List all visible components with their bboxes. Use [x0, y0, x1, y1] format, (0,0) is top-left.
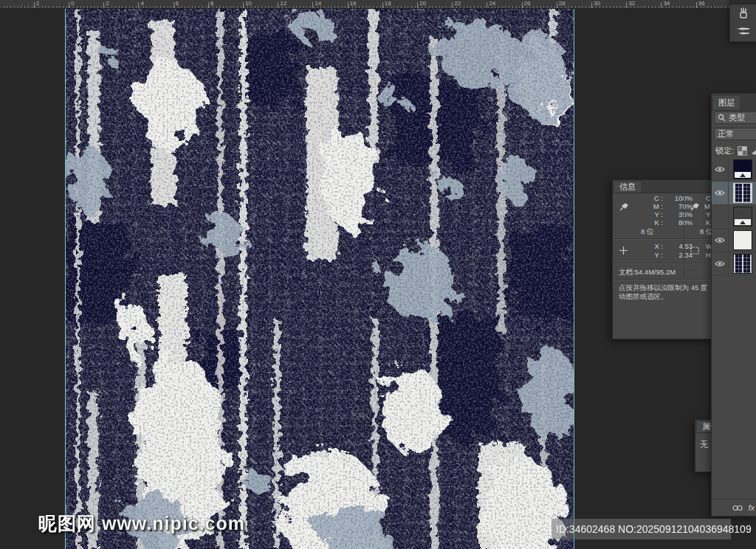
layer-thumbnail[interactable]	[733, 254, 752, 274]
layer-thumbnail[interactable]	[733, 183, 752, 203]
ruler-minor-tick	[679, 6, 680, 8]
eyedropper2-icon	[690, 202, 699, 212]
ruler-minor-tick	[265, 6, 266, 8]
visibility-eye-icon[interactable]	[712, 252, 729, 275]
search-icon	[718, 114, 726, 122]
ruler-minor-tick	[126, 6, 126, 8]
ruler-minor-tick	[206, 6, 207, 8]
visibility-eye-icon[interactable]	[712, 182, 729, 204]
ruler-major-tick	[312, 2, 313, 8]
ruler-minor-tick	[296, 6, 297, 8]
ruler-minor-tick	[616, 6, 617, 8]
ruler-minor-tick	[715, 6, 715, 8]
brush-presets-icon[interactable]	[730, 4, 756, 22]
ruler-minor-tick	[255, 6, 255, 8]
ruler-minor-tick	[464, 6, 464, 8]
layer-row[interactable]	[712, 252, 756, 276]
ruler-label: 0	[71, 0, 74, 7]
ruler-minor-tick	[439, 6, 440, 8]
ruler-minor-tick	[481, 6, 481, 8]
ruler-minor-tick	[42, 6, 43, 8]
layer-style-fx-button[interactable]: fx	[748, 503, 755, 512]
ruler-label: 30	[594, 0, 600, 7]
layer-row[interactable]	[712, 229, 756, 252]
ruler-minor-tick	[614, 6, 614, 8]
document-canvas[interactable]	[65, 8, 574, 549]
lock-label: 锁定:	[715, 145, 734, 156]
lock-transparency-icon[interactable]	[738, 146, 747, 156]
ruler-minor-tick	[185, 6, 185, 8]
lock-paint-icon[interactable]	[751, 147, 756, 156]
ruler-major-tick	[348, 2, 348, 8]
ruler-minor-tick	[300, 6, 300, 8]
link-layers-icon[interactable]	[732, 505, 743, 511]
ruler-minor-tick	[505, 6, 506, 8]
watermark-site-name: 昵图网	[38, 513, 96, 534]
ruler-minor-tick	[575, 6, 576, 8]
ruler-label: 32	[628, 0, 635, 7]
layer-thumbnail[interactable]	[733, 207, 752, 227]
layer-thumbnail[interactable]	[733, 230, 752, 250]
dimensions-icon	[690, 246, 700, 255]
ruler-minor-tick	[293, 6, 294, 8]
image-id-bar: ID:34602468 NO:20250912104036948109	[551, 519, 731, 539]
ruler-minor-tick	[237, 6, 238, 8]
layer-list	[712, 158, 756, 276]
ruler-minor-tick	[446, 6, 447, 8]
ruler-minor-tick	[373, 6, 374, 8]
ruler-major-tick	[243, 2, 244, 8]
ruler-label: 18	[385, 0, 391, 7]
ruler-minor-tick	[66, 6, 67, 8]
ruler-minor-tick	[168, 6, 168, 8]
ruler-minor-tick	[687, 6, 687, 8]
ruler-minor-tick	[111, 6, 112, 8]
ruler-minor-tick	[537, 6, 537, 8]
layer-thumbnail[interactable]	[733, 159, 752, 179]
ruler-major-tick	[173, 2, 174, 8]
layer-row[interactable]	[712, 205, 756, 229]
ruler-minor-tick	[160, 6, 161, 8]
ruler-minor-tick	[655, 6, 656, 8]
ruler-minor-tick	[181, 6, 182, 8]
ruler-minor-tick	[233, 6, 234, 8]
ruler-minor-tick	[606, 6, 607, 8]
ruler-minor-tick	[442, 6, 443, 8]
ruler-minor-tick	[554, 6, 555, 8]
ruler-major-tick	[417, 2, 418, 8]
ruler-minor-tick	[63, 6, 63, 8]
visibility-eye-icon[interactable]	[712, 229, 729, 252]
ruler-minor-tick	[199, 6, 199, 8]
visibility-eye-icon[interactable]	[712, 205, 729, 228]
cmyk-k-value: 80%	[663, 218, 693, 227]
ruler-minor-tick	[408, 6, 408, 8]
ruler-minor-tick	[645, 6, 645, 8]
ruler-major-tick	[34, 2, 35, 8]
visibility-eye-icon[interactable]	[712, 158, 729, 181]
layer-filter-dropdown[interactable]: 类型	[714, 111, 756, 124]
layer-row[interactable]	[712, 158, 756, 182]
info-column-divider	[684, 194, 684, 278]
ruler-label: 16	[350, 0, 357, 7]
tab-layers[interactable]: 图层	[713, 96, 740, 110]
ruler-minor-tick	[258, 6, 258, 8]
cmyk2-k-label: K	[706, 218, 710, 227]
blend-mode-dropdown[interactable]: 正常	[714, 128, 756, 140]
ruler-minor-tick	[157, 6, 157, 8]
ruler-minor-tick	[10, 6, 11, 8]
ruler-minor-tick	[380, 6, 381, 8]
ruler-minor-tick	[18, 6, 18, 8]
ruler-minor-tick	[101, 6, 102, 8]
ruler-minor-tick	[415, 6, 416, 8]
tab-info[interactable]: 信息	[614, 182, 641, 193]
cmyk-c-label: C :	[647, 194, 663, 202]
ruler-minor-tick	[345, 6, 346, 8]
ruler-major-tick	[522, 2, 523, 8]
cmyk-c-value: 100%	[663, 194, 693, 202]
ruler-minor-tick	[146, 6, 147, 8]
ruler-label: 10	[245, 0, 252, 7]
horizontal-ruler[interactable]: 2024681012141618202224262830323436	[0, 0, 756, 9]
layer-row[interactable]	[712, 182, 756, 205]
ruler-minor-tick	[359, 6, 360, 8]
brush-panel-icon[interactable]	[730, 22, 756, 40]
x-value: 4.53	[663, 242, 693, 250]
